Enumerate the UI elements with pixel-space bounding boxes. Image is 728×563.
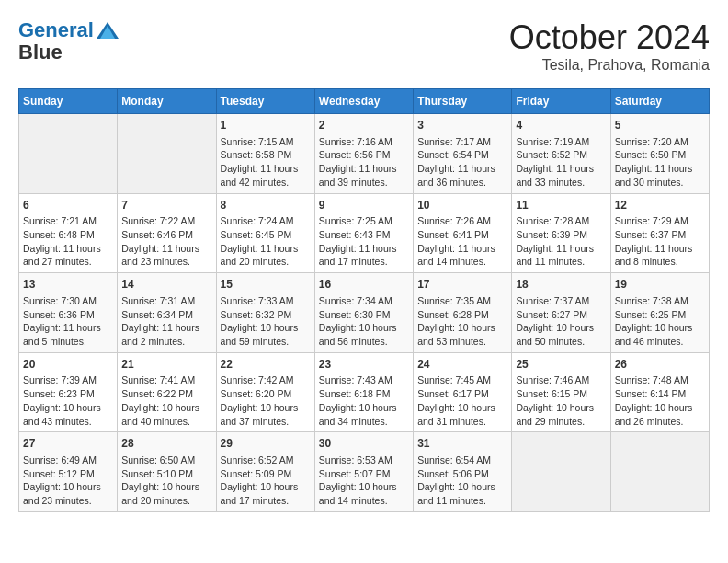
- day-number: 2: [319, 118, 409, 133]
- daylight-label: Daylight: 10 hours and 37 minutes.: [221, 402, 299, 427]
- calendar-cell: 3Sunrise: 7:17 AMSunset: 6:54 PMDaylight…: [414, 114, 512, 194]
- calendar-week-5: 27Sunrise: 6:49 AMSunset: 5:12 PMDayligh…: [19, 432, 710, 512]
- calendar-week-1: 1Sunrise: 7:15 AMSunset: 6:58 PMDaylight…: [19, 114, 710, 194]
- day-number: 30: [319, 436, 409, 452]
- daylight-label: Daylight: 10 hours and 46 minutes.: [615, 322, 693, 347]
- calendar-cell: 13Sunrise: 7:30 AMSunset: 6:36 PMDayligh…: [19, 273, 118, 353]
- cell-content: Sunrise: 6:54 AMSunset: 5:06 PMDaylight:…: [417, 454, 507, 508]
- sunset-label: Sunset: 6:22 PM: [121, 388, 193, 399]
- calendar-cell: 1Sunrise: 7:15 AMSunset: 6:58 PMDaylight…: [216, 114, 314, 194]
- sunset-label: Sunset: 6:41 PM: [417, 229, 489, 240]
- sunrise-label: Sunrise: 7:29 AM: [615, 215, 688, 226]
- sunset-label: Sunset: 6:17 PM: [417, 388, 489, 399]
- day-number: 20: [23, 357, 113, 373]
- calendar-cell: 5Sunrise: 7:20 AMSunset: 6:50 PMDaylight…: [610, 114, 709, 194]
- sunset-label: Sunset: 6:28 PM: [417, 309, 489, 320]
- sunrise-label: Sunrise: 6:54 AM: [417, 454, 491, 465]
- daylight-label: Daylight: 10 hours and 23 minutes.: [23, 481, 101, 506]
- calendar-cell: [610, 432, 709, 512]
- sunrise-label: Sunrise: 7:38 AM: [615, 295, 688, 306]
- calendar-cell: 4Sunrise: 7:19 AMSunset: 6:52 PMDaylight…: [512, 114, 610, 194]
- daylight-label: Daylight: 10 hours and 26 minutes.: [615, 402, 693, 427]
- day-number: 9: [319, 198, 409, 213]
- sunrise-label: Sunrise: 7:21 AM: [23, 215, 97, 226]
- day-number: 3: [417, 118, 507, 133]
- cell-content: Sunrise: 7:39 AMSunset: 6:23 PMDaylight:…: [23, 373, 113, 428]
- cell-content: Sunrise: 7:34 AMSunset: 6:30 PMDaylight:…: [319, 294, 409, 349]
- day-number: 17: [417, 277, 507, 293]
- header-day-friday: Friday: [512, 89, 610, 114]
- sunrise-label: Sunrise: 7:43 AM: [319, 374, 392, 385]
- calendar-week-3: 13Sunrise: 7:30 AMSunset: 6:36 PMDayligh…: [19, 273, 710, 353]
- calendar-cell: 17Sunrise: 7:35 AMSunset: 6:28 PMDayligh…: [414, 273, 512, 353]
- daylight-label: Daylight: 11 hours and 39 minutes.: [319, 163, 397, 188]
- day-number: 4: [516, 118, 606, 133]
- cell-content: Sunrise: 7:26 AMSunset: 6:41 PMDaylight:…: [417, 214, 507, 269]
- day-number: 27: [23, 436, 113, 452]
- sunset-label: Sunset: 6:45 PM: [221, 229, 292, 240]
- cell-content: Sunrise: 7:21 AMSunset: 6:48 PMDaylight:…: [23, 214, 113, 269]
- sunrise-label: Sunrise: 6:53 AM: [319, 454, 392, 465]
- cell-content: Sunrise: 6:49 AMSunset: 5:12 PMDaylight:…: [23, 454, 113, 508]
- sunrise-label: Sunrise: 7:17 AM: [417, 136, 491, 147]
- sunrise-label: Sunrise: 7:15 AM: [221, 136, 294, 147]
- day-number: 22: [221, 357, 311, 373]
- daylight-label: Daylight: 11 hours and 8 minutes.: [615, 243, 693, 268]
- cell-content: Sunrise: 7:42 AMSunset: 6:20 PMDaylight:…: [221, 373, 311, 428]
- daylight-label: Daylight: 10 hours and 11 minutes.: [417, 481, 495, 506]
- calendar-week-4: 20Sunrise: 7:39 AMSunset: 6:23 PMDayligh…: [19, 352, 710, 432]
- cell-content: Sunrise: 7:17 AMSunset: 6:54 PMDaylight:…: [417, 135, 507, 190]
- cell-content: Sunrise: 7:20 AMSunset: 6:50 PMDaylight:…: [615, 135, 705, 190]
- calendar-cell: 23Sunrise: 7:43 AMSunset: 6:18 PMDayligh…: [314, 352, 413, 432]
- day-number: 6: [23, 198, 113, 213]
- sunrise-label: Sunrise: 7:45 AM: [417, 374, 491, 385]
- location: Tesila, Prahova, Romania: [509, 57, 710, 74]
- header-day-saturday: Saturday: [610, 89, 709, 114]
- daylight-label: Daylight: 11 hours and 23 minutes.: [121, 243, 199, 268]
- sunrise-label: Sunrise: 7:33 AM: [221, 295, 294, 306]
- sunset-label: Sunset: 5:12 PM: [23, 468, 95, 479]
- daylight-label: Daylight: 10 hours and 43 minutes.: [23, 402, 101, 427]
- sunrise-label: Sunrise: 7:25 AM: [319, 215, 392, 226]
- cell-content: Sunrise: 7:48 AMSunset: 6:14 PMDaylight:…: [615, 373, 705, 428]
- sunrise-label: Sunrise: 7:24 AM: [221, 215, 294, 226]
- cell-content: Sunrise: 7:30 AMSunset: 6:36 PMDaylight:…: [23, 294, 113, 349]
- day-number: 21: [121, 357, 211, 373]
- sunset-label: Sunset: 6:39 PM: [516, 229, 587, 240]
- daylight-label: Daylight: 11 hours and 36 minutes.: [417, 163, 495, 188]
- sunrise-label: Sunrise: 6:49 AM: [23, 454, 97, 465]
- day-number: 8: [221, 198, 311, 213]
- sunrise-label: Sunrise: 7:19 AM: [516, 136, 589, 147]
- calendar-cell: 15Sunrise: 7:33 AMSunset: 6:32 PMDayligh…: [216, 273, 314, 353]
- cell-content: Sunrise: 7:29 AMSunset: 6:37 PMDaylight:…: [615, 214, 705, 269]
- calendar-cell: [512, 432, 610, 512]
- calendar-cell: 20Sunrise: 7:39 AMSunset: 6:23 PMDayligh…: [19, 352, 118, 432]
- sunrise-label: Sunrise: 6:52 AM: [221, 454, 294, 465]
- cell-content: Sunrise: 7:31 AMSunset: 6:34 PMDaylight:…: [121, 294, 211, 349]
- calendar-cell: 21Sunrise: 7:41 AMSunset: 6:22 PMDayligh…: [118, 352, 216, 432]
- calendar-cell: [19, 114, 118, 194]
- sunrise-label: Sunrise: 7:35 AM: [417, 295, 491, 306]
- cell-content: Sunrise: 6:50 AMSunset: 5:10 PMDaylight:…: [121, 454, 211, 508]
- sunset-label: Sunset: 6:43 PM: [319, 229, 391, 240]
- daylight-label: Daylight: 10 hours and 31 minutes.: [417, 402, 495, 427]
- day-number: 12: [615, 198, 705, 213]
- cell-content: Sunrise: 7:45 AMSunset: 6:17 PMDaylight:…: [417, 373, 507, 428]
- cell-content: Sunrise: 7:22 AMSunset: 6:46 PMDaylight:…: [121, 214, 211, 269]
- sunset-label: Sunset: 6:37 PM: [615, 229, 687, 240]
- sunset-label: Sunset: 5:06 PM: [417, 468, 489, 479]
- sunrise-label: Sunrise: 7:34 AM: [319, 295, 392, 306]
- daylight-label: Daylight: 10 hours and 17 minutes.: [221, 481, 299, 506]
- calendar-cell: 24Sunrise: 7:45 AMSunset: 6:17 PMDayligh…: [414, 352, 512, 432]
- month-title: October 2024: [509, 18, 710, 57]
- day-number: 14: [121, 277, 211, 293]
- cell-content: Sunrise: 6:52 AMSunset: 5:09 PMDaylight:…: [221, 454, 311, 508]
- calendar-cell: 18Sunrise: 7:37 AMSunset: 6:27 PMDayligh…: [512, 273, 610, 353]
- sunset-label: Sunset: 6:56 PM: [319, 149, 391, 160]
- day-number: 13: [23, 277, 113, 293]
- sunset-label: Sunset: 5:09 PM: [221, 468, 292, 479]
- day-number: 11: [516, 198, 606, 213]
- calendar-week-2: 6Sunrise: 7:21 AMSunset: 6:48 PMDaylight…: [19, 193, 710, 273]
- calendar-cell: 25Sunrise: 7:46 AMSunset: 6:15 PMDayligh…: [512, 352, 610, 432]
- header-day-tuesday: Tuesday: [216, 89, 314, 114]
